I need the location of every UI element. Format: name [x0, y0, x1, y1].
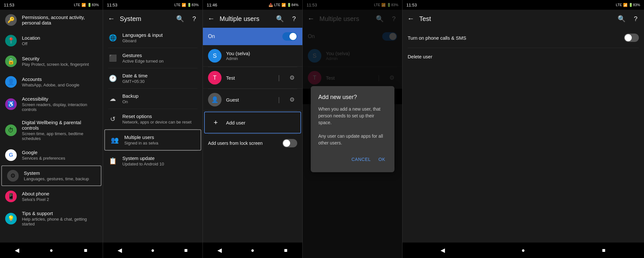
- status-bar-1: 11:53 LTE 📶 🔋83%: [0, 0, 103, 10]
- dialog-overlay: Add new user? When you add a new user, t…: [303, 0, 402, 258]
- settings-item-accounts[interactable]: 👤 Accounts WhatsApp, Adobe, and Google: [0, 72, 103, 92]
- system-item-datetime[interactable]: 🕐 Date & time GMT+05:30: [103, 68, 203, 88]
- datetime-sublabel: GMT+05:30: [122, 79, 197, 84]
- multiple-users-help-icon[interactable]: ?: [288, 13, 300, 25]
- status-time-5: 11:53: [406, 3, 417, 7]
- about-phone-sublabel: Selva's Pixel 2: [22, 197, 98, 202]
- dialog-body-2: Any user can update apps for all other u…: [318, 134, 383, 145]
- dialog-body-1: When you add a new user, that person nee…: [318, 106, 381, 125]
- settings-item-google[interactable]: G Google Services & preferences: [0, 145, 103, 165]
- multiple-users-toggle[interactable]: [282, 32, 297, 41]
- settings-item-about-phone[interactable]: 📱 About phone Selva's Pixel 2: [0, 186, 103, 207]
- security-label: Security: [22, 56, 98, 61]
- lock-screen-toggle[interactable]: [282, 139, 297, 147]
- settings-item-system[interactable]: ⚙ System Languages, gestures, time, back…: [1, 165, 101, 186]
- phone-calls-row[interactable]: Turn on phone calls & SMS: [402, 28, 644, 48]
- status-icons-5: LTE 📶 🔋83%: [616, 3, 640, 7]
- user-avatar-guest: 👤: [208, 93, 222, 106]
- system-panel: 11:53 LTE 📶 🔋83% ← System 🔍 ? 🌐 Language…: [103, 0, 203, 258]
- dialog-actions: Cancel OK: [318, 154, 387, 164]
- dialog-ok-button[interactable]: OK: [377, 154, 386, 164]
- accounts-sublabel: WhatsApp, Adobe, and Google: [22, 83, 98, 87]
- settings-item-accessibility[interactable]: ♿ Accessibility Screen readers, display,…: [0, 92, 103, 116]
- status-icons-2: LTE 📶 🔋83%: [175, 3, 199, 7]
- location-label: Location: [22, 35, 98, 41]
- system-item-languages[interactable]: 🌐 Languages & input Gboard: [103, 28, 203, 48]
- settings-item-permissions[interactable]: 🔑 Permissions, account activity, persona…: [0, 10, 103, 30]
- back-button-2[interactable]: ◀: [112, 243, 128, 258]
- user-role-you: Admin: [226, 56, 297, 61]
- test-user-title: Test: [419, 15, 613, 23]
- system-item-reset[interactable]: ↺ Reset options Network, apps or device …: [103, 109, 203, 129]
- system-search-icon[interactable]: 🔍: [174, 13, 186, 25]
- test-user-panel: 11:53 LTE 📶 🔋83% ← Test 🔍 ? Turn on phon…: [402, 0, 644, 258]
- home-button-5[interactable]: ●: [516, 243, 531, 258]
- system-item-update[interactable]: 📋 System update Updated to Android 10: [103, 151, 203, 171]
- guest-gear-icon[interactable]: ⚙: [287, 94, 297, 105]
- accounts-label: Accounts: [22, 76, 98, 82]
- gestures-label: Gestures: [122, 53, 197, 58]
- status-time-2: 11:53: [107, 3, 118, 7]
- test-gear-icon[interactable]: ⚙: [287, 73, 297, 83]
- add-user-dialog: Add new user? When you add a new user, t…: [311, 86, 394, 172]
- tips-icon: 💡: [5, 213, 17, 224]
- back-button-5[interactable]: ◀: [435, 243, 450, 258]
- user-avatar-test: T: [208, 71, 222, 84]
- lock-screen-label: Add users from lock screen: [208, 141, 263, 146]
- dialog-cancel-button[interactable]: Cancel: [350, 154, 372, 164]
- test-user-back-button[interactable]: ←: [405, 13, 417, 25]
- reset-label: Reset options: [122, 114, 197, 119]
- system-item-gestures[interactable]: ⬛ Gestures Active Edge turned on: [103, 48, 203, 68]
- system-help-icon[interactable]: ?: [188, 13, 200, 25]
- phone-calls-toggle[interactable]: [624, 34, 639, 42]
- gestures-sublabel: Active Edge turned on: [122, 59, 197, 64]
- back-button-1[interactable]: ◀: [9, 243, 25, 258]
- user-item-you[interactable]: S You (selva) Admin: [203, 45, 302, 67]
- google-sublabel: Services & preferences: [22, 156, 98, 161]
- home-button-1[interactable]: ●: [43, 243, 59, 258]
- recents-button-2[interactable]: ■: [178, 243, 194, 258]
- user-avatar-you: S: [208, 49, 222, 63]
- recents-button-3[interactable]: ■: [278, 243, 294, 258]
- user-name-you: You (selva): [226, 51, 297, 56]
- system-item-backup[interactable]: ☁ Backup On: [103, 89, 203, 109]
- settings-panel: 11:53 LTE 📶 🔋83% 🔑 Permissions, account …: [0, 0, 103, 258]
- recents-button-1[interactable]: ■: [78, 243, 93, 258]
- system-back-button[interactable]: ←: [106, 13, 117, 25]
- languages-sublabel: Gboard: [122, 38, 197, 43]
- multiple-users-search-icon[interactable]: 🔍: [274, 13, 286, 25]
- datetime-label: Date & time: [122, 73, 197, 78]
- user-item-guest[interactable]: 👤 Guest | ⚙: [203, 89, 302, 111]
- delete-user-button[interactable]: Delete user: [402, 48, 644, 65]
- test-user-help-icon[interactable]: ?: [630, 13, 641, 25]
- test-user-search-icon[interactable]: 🔍: [616, 13, 627, 25]
- system-item-multiple-users[interactable]: 👥 Multiple users Signed in as selva: [104, 129, 201, 151]
- google-label: Google: [22, 150, 98, 155]
- multiple-users-icon: 👥: [110, 135, 119, 144]
- multiple-users-title: Multiple users: [220, 15, 271, 23]
- backup-sublabel: On: [122, 99, 197, 104]
- add-user-row[interactable]: + Add user: [204, 112, 301, 134]
- gestures-icon: ⬛: [108, 54, 117, 63]
- bottom-nav-2: ◀ ● ■: [103, 243, 203, 258]
- permissions-icon: 🔑: [5, 14, 17, 26]
- user-item-test[interactable]: T Test | ⚙: [203, 67, 302, 89]
- backup-icon: ☁: [108, 94, 117, 103]
- multiple-users-back-button[interactable]: ←: [205, 13, 217, 25]
- status-icons-3: 📥 LTE 📶 🔋84%: [269, 3, 298, 7]
- settings-item-security[interactable]: 🔒 Security Play Protect, screen lock, fi…: [0, 51, 103, 72]
- lock-screen-row[interactable]: Add users from lock screen: [203, 134, 302, 152]
- home-button-3[interactable]: ●: [245, 243, 260, 258]
- about-phone-icon: 📱: [5, 191, 17, 202]
- multiple-users-toggle-row[interactable]: On: [203, 28, 302, 45]
- settings-item-digital-wellbeing[interactable]: ⏱ Digital Wellbeing & parental controls …: [0, 116, 103, 145]
- settings-item-location[interactable]: 📍 Location Off: [0, 30, 103, 51]
- system-update-label: System update: [122, 155, 197, 161]
- settings-item-tips[interactable]: 💡 Tips & support Help articles, phone & …: [0, 207, 103, 230]
- recents-button-5[interactable]: ■: [596, 243, 611, 258]
- home-button-2[interactable]: ●: [145, 243, 161, 258]
- system-update-sublabel: Updated to Android 10: [122, 162, 197, 166]
- back-button-3[interactable]: ◀: [212, 243, 227, 258]
- bottom-nav-5: ◀ ● ■: [402, 243, 644, 258]
- add-user-label: Add user: [226, 120, 245, 125]
